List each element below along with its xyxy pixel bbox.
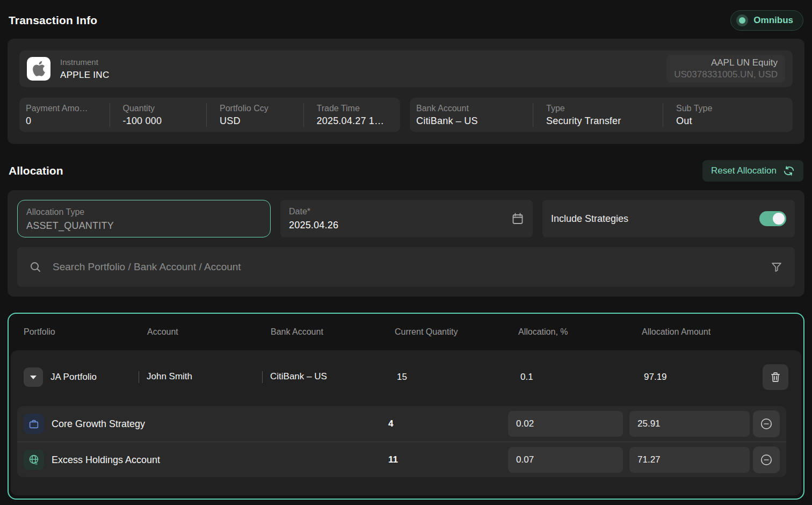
strategy-allocation-pct-input[interactable] <box>508 447 623 473</box>
search-bar <box>17 247 795 287</box>
cell-account: John Smith <box>139 371 192 383</box>
detail-quantity: Quantity -100 000 <box>110 103 207 127</box>
strategy-current-quantity: 11 <box>388 454 398 465</box>
instrument-row: Instrument APPLE INC AAPL UN Equity US03… <box>19 50 793 87</box>
omnibus-badge-label: Omnibus <box>753 15 793 26</box>
globe-s-icon: S <box>24 450 44 470</box>
instrument-name: APPLE INC <box>60 70 666 81</box>
strategy-allocation-pct-input[interactable] <box>508 411 623 437</box>
reset-allocation-button[interactable]: Reset Allocation <box>702 160 803 182</box>
instrument-ticker: AAPL UN Equity <box>674 57 778 68</box>
remove-strategy-button[interactable] <box>753 410 780 437</box>
minus-circle-icon <box>759 417 773 431</box>
delete-row-button[interactable] <box>763 364 788 390</box>
include-strategies-toggle[interactable] <box>759 211 786 226</box>
expand-row-button[interactable] <box>24 367 43 387</box>
strategy-name: Core Growth Strategy <box>52 419 145 430</box>
detail-portfolio-ccy: Portfolio Ccy USD <box>206 103 303 127</box>
detail-type: Type Security Transfer <box>533 103 663 127</box>
cell-allocation-pct: 0.1 <box>520 372 533 383</box>
transaction-details-left: Payment Amo… 0 Quantity -100 000 Portfol… <box>19 98 400 132</box>
refresh-icon <box>783 165 795 177</box>
detail-bank-account: Bank Account CitiBank – US <box>410 103 533 127</box>
table-header: Portfolio Account Bank Account Current Q… <box>9 314 803 350</box>
instrument-label: Instrument <box>60 57 666 68</box>
date-value: 2025.04.26 <box>289 220 524 231</box>
strategy-allocation-amount-input[interactable] <box>629 447 750 473</box>
status-dot-icon <box>736 15 748 26</box>
allocation-type-label: Allocation Type <box>26 206 262 218</box>
reset-allocation-label: Reset Allocation <box>711 165 777 176</box>
table-row: JA Portfolio John Smith CitiBank – US 15… <box>11 350 801 404</box>
cell-current-quantity: 15 <box>397 372 407 383</box>
include-strategies-field: Include Strategies <box>542 200 795 237</box>
minus-circle-icon <box>759 453 773 467</box>
col-account: Account <box>147 327 178 337</box>
apple-logo-icon <box>27 57 50 81</box>
strategy-allocation-amount-input[interactable] <box>629 411 750 437</box>
filter-icon[interactable] <box>770 261 783 273</box>
allocation-type-field[interactable]: Allocation Type ASSET_QUANTITY <box>17 200 271 237</box>
date-label: Date* <box>289 206 524 218</box>
instrument-isin: US0378331005.UN, USD <box>674 69 778 80</box>
page-header: Transaction Info Omnibus <box>8 9 804 32</box>
svg-text:S: S <box>35 460 38 465</box>
col-allocation-amount: Allocation Amount <box>642 327 711 337</box>
page-title: Transaction Info <box>9 14 97 27</box>
detail-sub-type: Sub Type Out <box>663 103 793 127</box>
col-current-quantity: Current Quantity <box>395 327 458 337</box>
strategy-row-core-growth: Core Growth Strategy 4 <box>17 406 786 442</box>
strategy-name: Excess Holdings Account <box>52 454 160 465</box>
chevron-down-icon <box>30 376 37 379</box>
strategy-row-excess-holdings: S Excess Holdings Account 11 <box>17 442 786 477</box>
instrument-identifiers: AAPL UN Equity US0378331005.UN, USD <box>666 55 785 83</box>
table-body: JA Portfolio John Smith CitiBank – US 15… <box>11 350 801 495</box>
col-allocation-pct: Allocation, % <box>518 327 568 337</box>
detail-payment-amount: Payment Amo… 0 <box>19 103 110 127</box>
allocation-title: Allocation <box>9 164 63 177</box>
detail-trade-time: Trade Time 2025.04.27 1… <box>303 103 401 127</box>
search-input[interactable] <box>53 261 759 273</box>
divider <box>139 371 139 383</box>
allocation-header: Allocation Reset Allocation <box>8 160 804 182</box>
cell-portfolio: JA Portfolio <box>50 372 97 383</box>
transaction-details-right: Bank Account CitiBank – US Type Security… <box>410 98 793 132</box>
date-field[interactable]: Date* 2025.04.26 <box>280 200 533 237</box>
cell-bank-account: CitiBank – US <box>262 371 327 383</box>
allocation-type-value: ASSET_QUANTITY <box>26 220 262 232</box>
col-bank-account: Bank Account <box>271 327 323 337</box>
strategy-panel: Core Growth Strategy 4 S <box>17 406 786 477</box>
strategy-current-quantity: 4 <box>388 419 393 429</box>
omnibus-badge[interactable]: Omnibus <box>730 10 803 31</box>
divider <box>262 371 263 383</box>
trash-icon <box>769 371 782 384</box>
cell-allocation-amount: 97.19 <box>644 372 667 383</box>
allocation-table: Portfolio Account Bank Account Current Q… <box>8 313 804 500</box>
briefcase-icon <box>24 414 44 434</box>
transaction-info-card: Instrument APPLE INC AAPL UN Equity US03… <box>8 39 804 144</box>
col-portfolio: Portfolio <box>24 327 55 337</box>
calendar-icon[interactable] <box>511 212 524 225</box>
search-icon <box>29 261 42 273</box>
allocation-form-card: Allocation Type ASSET_QUANTITY Date* 202… <box>8 190 804 297</box>
include-strategies-label: Include Strategies <box>551 213 628 225</box>
remove-strategy-button[interactable] <box>753 446 780 473</box>
